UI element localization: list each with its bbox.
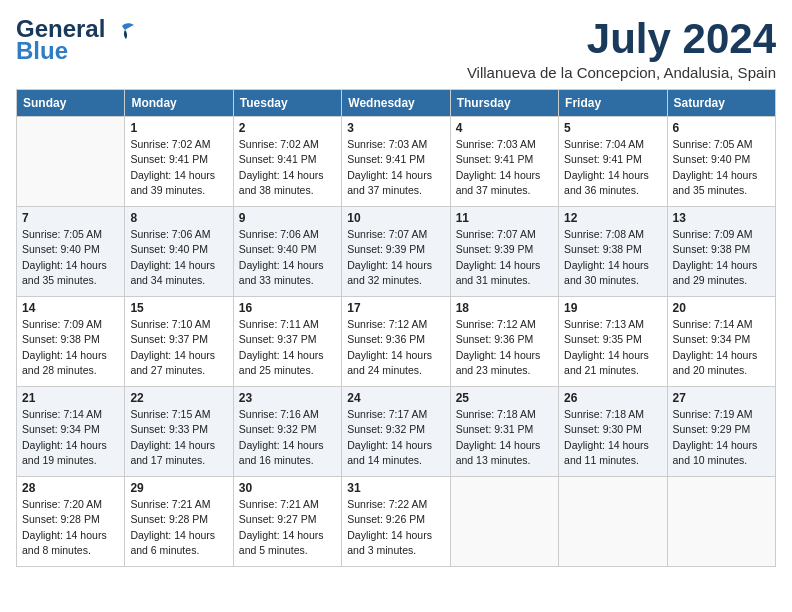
calendar-cell: 18Sunrise: 7:12 AM Sunset: 9:36 PM Dayli… [450, 297, 558, 387]
calendar-cell: 26Sunrise: 7:18 AM Sunset: 9:30 PM Dayli… [559, 387, 667, 477]
calendar-cell: 31Sunrise: 7:22 AM Sunset: 9:26 PM Dayli… [342, 477, 450, 567]
day-info: Sunrise: 7:05 AM Sunset: 9:40 PM Dayligh… [673, 137, 770, 198]
day-info: Sunrise: 7:02 AM Sunset: 9:41 PM Dayligh… [239, 137, 336, 198]
day-number: 14 [22, 301, 119, 315]
calendar-table: SundayMondayTuesdayWednesdayThursdayFrid… [16, 89, 776, 567]
day-info: Sunrise: 7:19 AM Sunset: 9:29 PM Dayligh… [673, 407, 770, 468]
col-header-friday: Friday [559, 90, 667, 117]
calendar-cell: 17Sunrise: 7:12 AM Sunset: 9:36 PM Dayli… [342, 297, 450, 387]
day-number: 26 [564, 391, 661, 405]
calendar-cell: 3Sunrise: 7:03 AM Sunset: 9:41 PM Daylig… [342, 117, 450, 207]
day-number: 29 [130, 481, 227, 495]
calendar-cell: 6Sunrise: 7:05 AM Sunset: 9:40 PM Daylig… [667, 117, 775, 207]
calendar-cell: 25Sunrise: 7:18 AM Sunset: 9:31 PM Dayli… [450, 387, 558, 477]
day-number: 13 [673, 211, 770, 225]
calendar-cell: 27Sunrise: 7:19 AM Sunset: 9:29 PM Dayli… [667, 387, 775, 477]
calendar-cell: 2Sunrise: 7:02 AM Sunset: 9:41 PM Daylig… [233, 117, 341, 207]
day-number: 9 [239, 211, 336, 225]
day-number: 24 [347, 391, 444, 405]
day-info: Sunrise: 7:07 AM Sunset: 9:39 PM Dayligh… [347, 227, 444, 288]
day-info: Sunrise: 7:15 AM Sunset: 9:33 PM Dayligh… [130, 407, 227, 468]
calendar-cell [559, 477, 667, 567]
calendar-cell [667, 477, 775, 567]
day-number: 2 [239, 121, 336, 135]
day-number: 22 [130, 391, 227, 405]
day-number: 21 [22, 391, 119, 405]
calendar-cell: 30Sunrise: 7:21 AM Sunset: 9:27 PM Dayli… [233, 477, 341, 567]
col-header-tuesday: Tuesday [233, 90, 341, 117]
calendar-cell: 21Sunrise: 7:14 AM Sunset: 9:34 PM Dayli… [17, 387, 125, 477]
week-row-4: 21Sunrise: 7:14 AM Sunset: 9:34 PM Dayli… [17, 387, 776, 477]
day-number: 10 [347, 211, 444, 225]
day-info: Sunrise: 7:09 AM Sunset: 9:38 PM Dayligh… [22, 317, 119, 378]
day-info: Sunrise: 7:09 AM Sunset: 9:38 PM Dayligh… [673, 227, 770, 288]
page-header: General Blue July 2024 Villanueva de la … [16, 16, 776, 81]
day-info: Sunrise: 7:22 AM Sunset: 9:26 PM Dayligh… [347, 497, 444, 558]
calendar-cell: 24Sunrise: 7:17 AM Sunset: 9:32 PM Dayli… [342, 387, 450, 477]
day-info: Sunrise: 7:04 AM Sunset: 9:41 PM Dayligh… [564, 137, 661, 198]
calendar-cell: 4Sunrise: 7:03 AM Sunset: 9:41 PM Daylig… [450, 117, 558, 207]
week-row-2: 7Sunrise: 7:05 AM Sunset: 9:40 PM Daylig… [17, 207, 776, 297]
day-number: 23 [239, 391, 336, 405]
day-info: Sunrise: 7:12 AM Sunset: 9:36 PM Dayligh… [347, 317, 444, 378]
day-info: Sunrise: 7:03 AM Sunset: 9:41 PM Dayligh… [347, 137, 444, 198]
day-number: 7 [22, 211, 119, 225]
day-number: 25 [456, 391, 553, 405]
day-info: Sunrise: 7:18 AM Sunset: 9:30 PM Dayligh… [564, 407, 661, 468]
col-header-sunday: Sunday [17, 90, 125, 117]
calendar-cell: 8Sunrise: 7:06 AM Sunset: 9:40 PM Daylig… [125, 207, 233, 297]
day-info: Sunrise: 7:06 AM Sunset: 9:40 PM Dayligh… [239, 227, 336, 288]
calendar-cell: 29Sunrise: 7:21 AM Sunset: 9:28 PM Dayli… [125, 477, 233, 567]
day-info: Sunrise: 7:06 AM Sunset: 9:40 PM Dayligh… [130, 227, 227, 288]
calendar-header-row: SundayMondayTuesdayWednesdayThursdayFrid… [17, 90, 776, 117]
calendar-cell: 28Sunrise: 7:20 AM Sunset: 9:28 PM Dayli… [17, 477, 125, 567]
day-number: 31 [347, 481, 444, 495]
day-number: 11 [456, 211, 553, 225]
day-info: Sunrise: 7:05 AM Sunset: 9:40 PM Dayligh… [22, 227, 119, 288]
location-subtitle: Villanueva de la Concepcion, Andalusia, … [467, 64, 776, 81]
day-info: Sunrise: 7:21 AM Sunset: 9:28 PM Dayligh… [130, 497, 227, 558]
calendar-cell: 19Sunrise: 7:13 AM Sunset: 9:35 PM Dayli… [559, 297, 667, 387]
day-number: 4 [456, 121, 553, 135]
day-info: Sunrise: 7:08 AM Sunset: 9:38 PM Dayligh… [564, 227, 661, 288]
day-info: Sunrise: 7:10 AM Sunset: 9:37 PM Dayligh… [130, 317, 227, 378]
title-block: July 2024 Villanueva de la Concepcion, A… [467, 16, 776, 81]
calendar-cell: 10Sunrise: 7:07 AM Sunset: 9:39 PM Dayli… [342, 207, 450, 297]
day-number: 16 [239, 301, 336, 315]
day-number: 6 [673, 121, 770, 135]
day-info: Sunrise: 7:03 AM Sunset: 9:41 PM Dayligh… [456, 137, 553, 198]
day-number: 1 [130, 121, 227, 135]
calendar-cell [450, 477, 558, 567]
calendar-cell: 11Sunrise: 7:07 AM Sunset: 9:39 PM Dayli… [450, 207, 558, 297]
col-header-wednesday: Wednesday [342, 90, 450, 117]
day-info: Sunrise: 7:21 AM Sunset: 9:27 PM Dayligh… [239, 497, 336, 558]
month-title: July 2024 [467, 16, 776, 62]
week-row-1: 1Sunrise: 7:02 AM Sunset: 9:41 PM Daylig… [17, 117, 776, 207]
day-number: 20 [673, 301, 770, 315]
col-header-monday: Monday [125, 90, 233, 117]
day-info: Sunrise: 7:17 AM Sunset: 9:32 PM Dayligh… [347, 407, 444, 468]
day-info: Sunrise: 7:11 AM Sunset: 9:37 PM Dayligh… [239, 317, 336, 378]
calendar-cell [17, 117, 125, 207]
day-number: 19 [564, 301, 661, 315]
day-info: Sunrise: 7:18 AM Sunset: 9:31 PM Dayligh… [456, 407, 553, 468]
day-info: Sunrise: 7:13 AM Sunset: 9:35 PM Dayligh… [564, 317, 661, 378]
logo-text-blue: Blue [16, 38, 68, 64]
calendar-cell: 22Sunrise: 7:15 AM Sunset: 9:33 PM Dayli… [125, 387, 233, 477]
day-number: 12 [564, 211, 661, 225]
day-number: 18 [456, 301, 553, 315]
calendar-cell: 7Sunrise: 7:05 AM Sunset: 9:40 PM Daylig… [17, 207, 125, 297]
day-number: 17 [347, 301, 444, 315]
day-number: 15 [130, 301, 227, 315]
calendar-cell: 1Sunrise: 7:02 AM Sunset: 9:41 PM Daylig… [125, 117, 233, 207]
day-info: Sunrise: 7:07 AM Sunset: 9:39 PM Dayligh… [456, 227, 553, 288]
calendar-cell: 12Sunrise: 7:08 AM Sunset: 9:38 PM Dayli… [559, 207, 667, 297]
day-info: Sunrise: 7:14 AM Sunset: 9:34 PM Dayligh… [673, 317, 770, 378]
day-number: 8 [130, 211, 227, 225]
day-number: 30 [239, 481, 336, 495]
day-info: Sunrise: 7:14 AM Sunset: 9:34 PM Dayligh… [22, 407, 119, 468]
calendar-cell: 23Sunrise: 7:16 AM Sunset: 9:32 PM Dayli… [233, 387, 341, 477]
calendar-cell: 20Sunrise: 7:14 AM Sunset: 9:34 PM Dayli… [667, 297, 775, 387]
calendar-cell: 9Sunrise: 7:06 AM Sunset: 9:40 PM Daylig… [233, 207, 341, 297]
calendar-cell: 16Sunrise: 7:11 AM Sunset: 9:37 PM Dayli… [233, 297, 341, 387]
